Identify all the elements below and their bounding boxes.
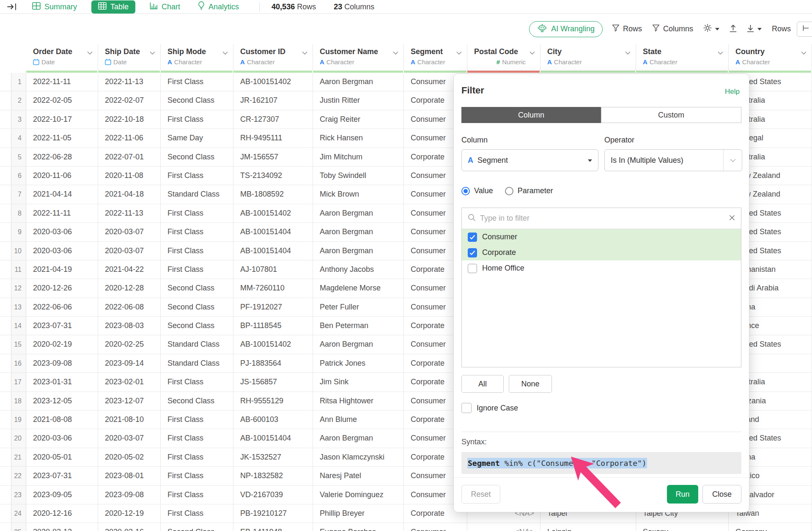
chevron-down-icon[interactable]: [456, 49, 462, 57]
value-checkbox[interactable]: [468, 264, 477, 273]
download-menu-button[interactable]: [747, 24, 762, 34]
column-name: Customer Name: [320, 47, 378, 56]
cell-order-date: 2020-12-26: [26, 279, 98, 297]
cell-customer-id: AB-100151404: [233, 223, 313, 241]
tab-column[interactable]: Column: [461, 107, 601, 123]
tab-summary-label: Summary: [44, 3, 77, 11]
column-header-ship-mode[interactable]: Ship ModeACharacter: [161, 44, 233, 71]
filter-rows-label: Rows: [623, 25, 642, 33]
select-none-button[interactable]: None: [509, 375, 552, 393]
reset-button[interactable]: Reset: [461, 485, 500, 504]
chevron-down-icon[interactable]: [393, 49, 398, 57]
cell-customer-name: Aaron Bergman: [313, 429, 404, 447]
tab-analytics[interactable]: Analytics: [195, 0, 242, 14]
filter-value-item-corporate[interactable]: Corporate: [462, 245, 741, 260]
column-select[interactable]: A Segment: [461, 149, 598, 171]
run-button[interactable]: Run: [667, 485, 698, 504]
cell-order-date: 2022-11-11: [26, 204, 98, 222]
cell-customer-name: Phillip Breyer: [313, 504, 404, 523]
cell-ship-mode: First Class: [161, 110, 233, 129]
cell-ship-mode: Second Class: [161, 298, 233, 316]
column-header-customer-id[interactable]: Customer IDACharacter: [233, 44, 313, 71]
ignore-case-label: Ignore Case: [477, 404, 518, 413]
first-page-button[interactable]: [797, 22, 812, 37]
select-all-none: All None: [461, 375, 552, 393]
cell-ship-date: 2023-09-08: [98, 486, 161, 504]
chevron-down-icon[interactable]: [222, 49, 228, 57]
column-select-value: Segment: [477, 156, 508, 165]
cell-ship-date: 2021-04-22: [98, 260, 161, 279]
value-checkbox[interactable]: [468, 248, 477, 257]
ignore-case-checkbox[interactable]: [461, 403, 472, 413]
row-number: 12: [11, 279, 26, 297]
column-header-city[interactable]: CityACharacter: [540, 44, 636, 71]
tab-chart[interactable]: Chart: [146, 0, 184, 14]
column-header-ship-date[interactable]: Ship DateDate: [98, 44, 161, 71]
export-button[interactable]: [730, 24, 737, 34]
column-header-order-date[interactable]: Order DateDate: [26, 44, 98, 71]
cell-order-date: 2022-06-06: [26, 298, 98, 316]
value-checkbox[interactable]: [468, 233, 477, 242]
value-search-row: [462, 208, 741, 229]
row-number: 18: [11, 392, 26, 410]
cell-customer-name: Ben Peterman: [313, 317, 404, 335]
collapse-sidebar-icon[interactable]: [7, 3, 17, 11]
column-name: City: [547, 47, 562, 56]
cell-ship-mode: First Class: [161, 373, 233, 391]
chevron-down-icon[interactable]: [801, 49, 807, 57]
cell-ship-date: 2020-12-28: [98, 279, 161, 297]
filter-value-item-home-office[interactable]: Home Office: [462, 260, 741, 276]
chevron-down-icon[interactable]: [529, 49, 535, 57]
cell-customer-name: Craig Reiter: [313, 110, 404, 129]
chevron-down-icon[interactable]: [718, 49, 723, 57]
parameter-radio[interactable]: [505, 187, 513, 195]
cell-customer-name: Valerie Dominguez: [313, 486, 404, 504]
filter-rows-button[interactable]: Rows: [612, 25, 642, 34]
column-header-state[interactable]: StateACharacter: [636, 44, 729, 71]
column-name: State: [643, 47, 661, 56]
clear-search-icon[interactable]: [729, 215, 735, 222]
chevron-down-icon[interactable]: [87, 49, 93, 57]
cell-order-date: 2020-03-13: [26, 523, 98, 531]
cell-customer-id: JS-156857: [233, 373, 313, 391]
operator-select[interactable]: Is In (Multiple Values): [604, 149, 742, 171]
column-header-segment[interactable]: SegmentACharacter: [404, 44, 467, 71]
operator-select-value: Is In (Multiple Values): [611, 156, 683, 165]
column-header-postal-code[interactable]: Postal Code#Numeric: [467, 44, 540, 71]
upload-icon: [730, 24, 737, 34]
cell-ship-date: 2022-10-18: [98, 110, 161, 129]
filter-columns-button[interactable]: Columns: [652, 25, 693, 34]
cell-customer-name: Peter Fuller: [313, 298, 404, 316]
column-header-country[interactable]: CountryACharacter: [729, 44, 812, 71]
value-radio[interactable]: [461, 187, 470, 195]
chevron-down-icon[interactable]: [150, 49, 155, 57]
cell-ship-date: 2023-09-14: [98, 354, 161, 372]
column-type: Date: [33, 58, 98, 66]
cell-ship-mode: Standard Class: [161, 335, 233, 353]
cell-order-date: 2020-03-06: [26, 223, 98, 241]
ai-wrangling-button[interactable]: AI Wrangling: [529, 21, 603, 37]
tab-summary[interactable]: Summary: [29, 0, 80, 14]
column-header-customer-name[interactable]: Customer NameACharacter: [313, 44, 404, 71]
table-row: 252020-03-132020-03-16Second ClassEB-141…: [0, 523, 812, 531]
row-number: 9: [11, 223, 26, 241]
row-number: 20: [11, 429, 26, 447]
cell-ship-date: 2020-03-07: [98, 429, 161, 447]
chevron-down-icon[interactable]: [625, 49, 631, 57]
filter-value-item-consumer[interactable]: Consumer: [462, 229, 741, 245]
cell-customer-name: Aaron Bergman: [313, 204, 404, 222]
close-button[interactable]: Close: [702, 485, 741, 504]
tab-custom[interactable]: Custom: [601, 107, 741, 123]
settings-menu-button[interactable]: [703, 24, 719, 34]
cell-ship-date: 2021-04-18: [98, 185, 161, 203]
cell-customer-id: JK-1532527: [233, 448, 313, 466]
help-link[interactable]: Help: [725, 88, 740, 96]
value-search-input[interactable]: [480, 214, 725, 223]
cell-customer-id: PB-19210127: [233, 504, 313, 523]
tab-table[interactable]: Table: [91, 0, 135, 14]
first-page-icon: [802, 25, 809, 33]
select-all-button[interactable]: All: [461, 375, 504, 393]
chevron-down-icon[interactable]: [302, 49, 307, 57]
cell-customer-name: Magdelene Morse: [313, 279, 404, 297]
download-icon: [747, 24, 754, 34]
